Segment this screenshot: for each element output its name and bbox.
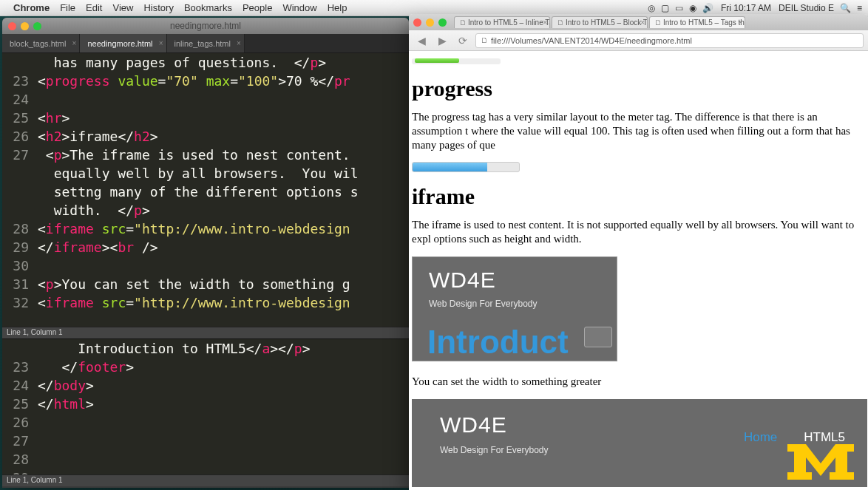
close-icon[interactable]: × (159, 39, 163, 47)
editor-title: needingmore.html (170, 21, 241, 31)
code-line[interactable]: width. </p> (2, 201, 409, 220)
code-line[interactable]: 28<iframe src="http://www.intro-webdesig… (2, 220, 409, 238)
code-line[interactable]: has many pages of questions. </p> (2, 53, 409, 72)
editor-tab-needingmore[interactable]: needingmore.html× (80, 34, 166, 52)
close-icon[interactable]: × (543, 18, 547, 27)
progress-element (412, 162, 520, 172)
paragraph-progress: The progress tag has a very similar layo… (412, 110, 868, 152)
code-line[interactable]: settng many of the different options s (2, 183, 409, 201)
menu-edit[interactable]: Edit (86, 2, 102, 13)
browser-tabs: 🗋Intro to HTML5 – Inline Ta...× 🗋Intro t… (409, 14, 868, 30)
page-icon: 🗋 (459, 18, 467, 27)
browser-traffic-lights (413, 18, 447, 27)
back-button[interactable]: ◀ (413, 33, 430, 48)
menu-history[interactable]: History (143, 2, 173, 13)
menu-people[interactable]: People (243, 2, 272, 13)
code-line[interactable]: 26 (2, 413, 409, 432)
app-name[interactable]: Chrome (13, 2, 50, 13)
code-line[interactable]: 30 (2, 256, 409, 275)
page-icon: 🗋 (654, 18, 662, 27)
browser-tab-inline[interactable]: 🗋Intro to HTML5 – Inline Ta...× (454, 16, 550, 28)
browser-window: 🗋Intro to HTML5 – Inline Ta...× 🗋Intro t… (409, 14, 868, 490)
page-icon: 🗋 (557, 18, 564, 27)
search-icon[interactable]: 🔍 (840, 3, 851, 13)
code-line[interactable]: 28 (2, 450, 409, 469)
iframe-scroll-handle[interactable] (584, 327, 612, 347)
editor-window: needingmore.html block_tags.html× needin… (2, 18, 409, 488)
close-icon[interactable]: × (640, 18, 645, 27)
editor-tab-block[interactable]: block_tags.html× (2, 34, 80, 52)
code-line[interactable]: 29 (2, 469, 409, 474)
menu-bookmarks[interactable]: Bookmarks (184, 2, 232, 13)
code-line[interactable]: 24</body> (2, 376, 409, 395)
menu-window[interactable]: Window (282, 2, 316, 13)
menu-view[interactable]: View (112, 2, 133, 13)
iframe-heading: Introduct (427, 324, 569, 361)
user-name[interactable]: DEIL Studio E (779, 3, 834, 13)
iframe-logo: WD4E (413, 257, 617, 293)
address-text: file:///Volumes/VANLENT2014/WD4E/needing… (491, 36, 692, 45)
address-bar[interactable]: 🗋 file:///Volumes/VANLENT2014/WD4E/needi… (475, 33, 864, 48)
zoom-icon[interactable] (33, 22, 41, 30)
editor-tab-inline[interactable]: inline_tags.html× (167, 34, 245, 52)
meter-element (412, 58, 501, 64)
display-icon[interactable]: ▭ (675, 3, 683, 13)
status-bar-1: Line 1, Column 1 (2, 327, 409, 338)
code-line[interactable]: 27 <p>The iframe is used to nest content… (2, 146, 409, 164)
volume-icon[interactable]: 🔊 (702, 3, 713, 13)
code-line[interactable]: 25<hr> (2, 109, 409, 127)
code-pane-1[interactable]: has many pages of questions. </p>23<prog… (2, 53, 409, 327)
browser-toolbar: ◀ ▶ ⟳ 🗋 file:///Volumes/VANLENT2014/WD4E… (409, 30, 868, 51)
close-icon[interactable]: × (738, 18, 742, 27)
status-bar-2: Line 1, Column 1 (2, 474, 409, 486)
reload-button[interactable]: ⟳ (455, 33, 471, 48)
nav-home-link[interactable]: Home (744, 430, 777, 445)
editor-tabs: block_tags.html× needingmore.html× inlin… (2, 34, 409, 53)
close-icon[interactable] (413, 18, 421, 27)
paragraph-width: You can set the width to something great… (412, 375, 868, 389)
code-line[interactable]: 31<p>You can set the width to something … (2, 275, 409, 293)
file-icon: 🗋 (481, 36, 488, 44)
close-icon[interactable]: × (237, 39, 241, 47)
minimize-icon[interactable] (21, 22, 29, 30)
code-line[interactable]: 27 (2, 432, 409, 450)
iframe-small[interactable]: WD4E Web Design For Everybody Introduct (412, 256, 617, 361)
paragraph-iframe: The iframe is used to nest content. It i… (412, 218, 868, 246)
video-icon[interactable]: ▢ (661, 3, 669, 13)
forward-button[interactable]: ▶ (434, 33, 450, 48)
heading-progress: progress (412, 76, 868, 101)
code-line[interactable]: 29</iframe><br /> (2, 238, 409, 256)
umich-logo (784, 435, 858, 481)
code-line[interactable]: 24 (2, 90, 409, 109)
close-icon[interactable]: × (72, 39, 77, 47)
minimize-icon[interactable] (426, 18, 434, 27)
editor-titlebar[interactable]: needingmore.html (2, 18, 409, 34)
code-line[interactable]: equally well by all browsers. You wil (2, 164, 409, 183)
shohw-icon[interactable]: ◎ (648, 3, 655, 13)
code-line[interactable]: 32<iframe src="http://www.intro-webdesig… (2, 293, 409, 312)
clock[interactable]: Fri 10:17 AM (721, 3, 771, 13)
wifi-icon[interactable]: ◉ (689, 3, 696, 13)
list-icon[interactable]: ≡ (857, 3, 862, 13)
close-icon[interactable] (8, 22, 16, 30)
heading-iframe: iframe (412, 184, 868, 209)
code-line[interactable]: 23<progress value="70" max="100">70 %</p… (2, 72, 409, 90)
menu-help[interactable]: Help (328, 2, 347, 13)
code-line[interactable]: 23 </footer> (2, 358, 409, 376)
code-line[interactable]: 26<h2>iframe</h2> (2, 127, 409, 146)
iframe-subtitle: Web Design For Everybody (413, 293, 617, 309)
traffic-lights (8, 22, 41, 30)
zoom-icon[interactable] (438, 18, 447, 27)
code-line[interactable]: 25</html> (2, 395, 409, 413)
browser-content[interactable]: progress The progress tag has a very sim… (409, 51, 868, 487)
code-pane-2[interactable]: Introduction to HTML5</a></p>23 </footer… (2, 338, 409, 474)
browser-tab-tags[interactable]: 🗋Intro to HTML5 – Tags tha...× (649, 16, 745, 28)
menu-file[interactable]: File (60, 2, 75, 13)
browser-tab-block[interactable]: 🗋Intro to HTML5 – Block T...× (552, 16, 648, 28)
code-line[interactable]: Introduction to HTML5</a></p> (2, 339, 409, 358)
